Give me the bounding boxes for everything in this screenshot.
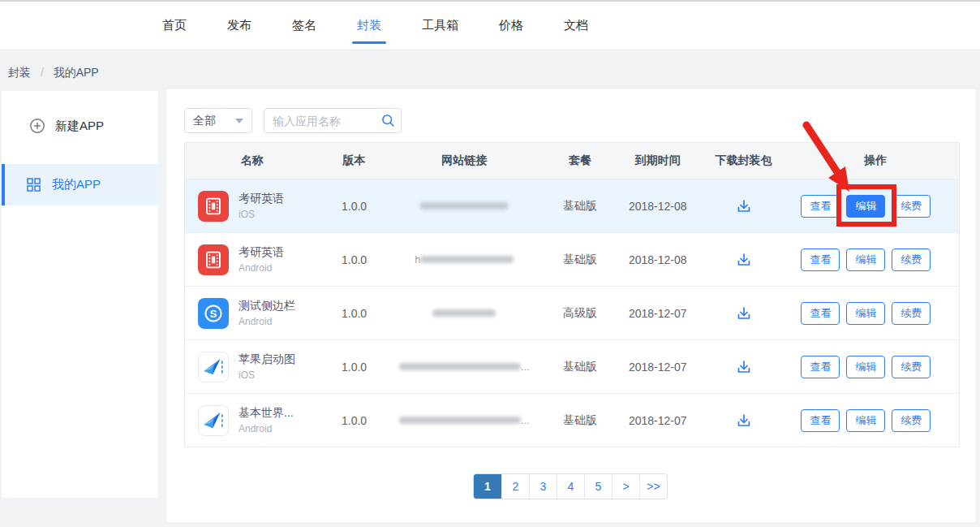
url-prefix: h xyxy=(415,253,420,266)
view-button[interactable]: 查看 xyxy=(801,409,840,432)
cell-expire: 2018-12-07 xyxy=(621,307,695,320)
next-page-button[interactable]: > xyxy=(612,474,639,499)
table-header-5: 下载封装包 xyxy=(695,153,793,168)
filter-bar: 全部 xyxy=(184,108,402,133)
page-button-4[interactable]: 4 xyxy=(557,474,584,499)
cell-download xyxy=(695,359,793,375)
app-platform: iOS xyxy=(239,209,284,220)
cell-url: ... xyxy=(389,361,539,373)
cell-name: S 测试侧边栏 Android xyxy=(185,298,320,329)
sidebar-item-new-app[interactable]: 新建APP xyxy=(2,107,158,145)
view-button[interactable]: 查看 xyxy=(801,248,840,271)
download-icon[interactable] xyxy=(736,252,752,268)
category-dropdown-value: 全部 xyxy=(193,114,216,128)
download-icon[interactable] xyxy=(736,359,752,375)
table-header-1: 版本 xyxy=(320,153,389,168)
plus-circle-icon xyxy=(29,118,45,134)
table-row: 基本世界... Android 1.0.0 ... 基础版 2018-12-07… xyxy=(185,393,959,447)
download-icon[interactable] xyxy=(736,198,752,214)
masked-url xyxy=(399,417,521,424)
nav-item-docs[interactable]: 文档 xyxy=(564,15,588,37)
nav-item-publish[interactable]: 发布 xyxy=(227,15,251,37)
view-button[interactable]: 查看 xyxy=(801,302,840,325)
cell-actions: 查看 编辑 续费 xyxy=(792,248,959,271)
renew-button[interactable]: 续费 xyxy=(892,356,931,378)
edit-button[interactable]: 编辑 xyxy=(846,356,885,378)
cell-actions: 查看 编辑 续费 xyxy=(792,302,959,325)
nav-item-sign[interactable]: 签名 xyxy=(292,15,316,37)
page-button-5[interactable]: 5 xyxy=(584,474,612,499)
table-body: 考研英语 iOS 1.0.0 基础版 2018-12-08 查看 编辑 续费 考… xyxy=(185,179,959,447)
last-page-button[interactable]: >> xyxy=(639,474,667,499)
cell-expire: 2018-12-07 xyxy=(621,414,695,427)
edit-button[interactable]: 编辑 xyxy=(846,195,885,218)
top-nav: 首页发布签名封装工具箱价格文档 xyxy=(162,15,588,37)
pagination: 12345>>> xyxy=(473,473,668,499)
cell-actions: 查看 编辑 续费 xyxy=(792,409,959,432)
sidebar-item-label: 新建APP xyxy=(55,119,104,134)
masked-url xyxy=(420,202,508,210)
app-name: 苹果启动图 xyxy=(239,352,295,367)
cell-url: ... xyxy=(389,414,539,426)
sidebar: 新建APP 我的APP xyxy=(2,91,158,498)
cell-expire: 2018-12-08 xyxy=(621,200,695,213)
view-button[interactable]: 查看 xyxy=(801,356,840,378)
table-header-row: 名称版本网站链接套餐到期时间下载封装包操作 xyxy=(185,143,959,179)
table-header-6: 操作 xyxy=(792,153,959,168)
cell-actions: 查看 编辑 续费 xyxy=(792,356,959,378)
cell-name: 苹果启动图 iOS xyxy=(185,352,320,382)
download-icon[interactable] xyxy=(736,413,752,429)
cell-plan: 基础版 xyxy=(539,360,621,374)
view-button[interactable]: 查看 xyxy=(801,195,840,218)
edit-button[interactable]: 编辑 xyxy=(846,302,885,325)
app-name: 测试侧边栏 xyxy=(239,299,295,313)
nav-item-package[interactable]: 封装 xyxy=(357,15,381,37)
table-header-4: 到期时间 xyxy=(621,153,695,168)
cell-download xyxy=(695,252,793,268)
app-name: 考研英语 xyxy=(239,245,284,260)
edit-button[interactable]: 编辑 xyxy=(846,248,885,271)
search-icon xyxy=(381,114,395,131)
renew-button[interactable]: 续费 xyxy=(892,248,931,271)
sidebar-item-my-app[interactable]: 我的APP xyxy=(2,164,158,205)
app-platform: Android xyxy=(239,423,294,434)
app-platform: iOS xyxy=(239,369,295,381)
grid-icon xyxy=(26,177,42,193)
cell-plan: 基础版 xyxy=(539,253,621,267)
search-box xyxy=(264,108,402,133)
cell-name: 基本世界... Android xyxy=(185,405,320,436)
breadcrumb-section[interactable]: 封装 xyxy=(8,66,31,79)
main-panel: 全部 名称版本网站链接套餐到期时间下载封装包操作 考研英语 iOS 1.0.0 xyxy=(166,89,976,522)
table-row: 考研英语 iOS 1.0.0 基础版 2018-12-08 查看 编辑 续费 xyxy=(185,179,959,232)
category-dropdown[interactable]: 全部 xyxy=(184,108,252,133)
cell-download xyxy=(695,198,793,214)
app-platform: Android xyxy=(239,262,284,274)
apps-table: 名称版本网站链接套餐到期时间下载封装包操作 考研英语 iOS 1.0.0 基础版… xyxy=(184,142,960,447)
breadcrumb: 封装 / 我的APP xyxy=(8,66,99,80)
masked-url xyxy=(432,309,496,317)
download-icon[interactable] xyxy=(736,305,752,322)
page-button-2[interactable]: 2 xyxy=(501,474,529,499)
table-header-0: 名称 xyxy=(185,153,320,168)
page-button-3[interactable]: 3 xyxy=(529,474,557,499)
table-row: 考研英语 Android 1.0.0 h 基础版 2018-12-08 查看 编… xyxy=(185,232,959,286)
top-nav-bar: 首页发布签名封装工具箱价格文档 xyxy=(0,0,980,50)
nav-item-home[interactable]: 首页 xyxy=(162,15,187,37)
cell-version: 1.0.0 xyxy=(320,200,389,213)
cell-plan: 基础版 xyxy=(539,199,621,214)
renew-button[interactable]: 续费 xyxy=(892,409,931,432)
app-icon-film xyxy=(198,191,229,222)
page-button-1[interactable]: 1 xyxy=(474,474,501,499)
edit-button[interactable]: 编辑 xyxy=(846,409,885,432)
cell-version: 1.0.0 xyxy=(320,361,389,374)
cell-version: 1.0.0 xyxy=(320,253,389,266)
cell-name: 考研英语 Android xyxy=(185,244,320,275)
renew-button[interactable]: 续费 xyxy=(892,302,931,325)
cell-download xyxy=(695,305,793,322)
table-row: 苹果启动图 iOS 1.0.0 ... 基础版 2018-12-07 查看 编辑… xyxy=(185,339,959,393)
nav-item-price[interactable]: 价格 xyxy=(499,15,523,37)
app-icon-bird xyxy=(198,405,229,436)
app-name: 基本世界... xyxy=(239,406,294,421)
nav-item-toolbox[interactable]: 工具箱 xyxy=(422,15,458,37)
renew-button[interactable]: 续费 xyxy=(892,195,931,218)
